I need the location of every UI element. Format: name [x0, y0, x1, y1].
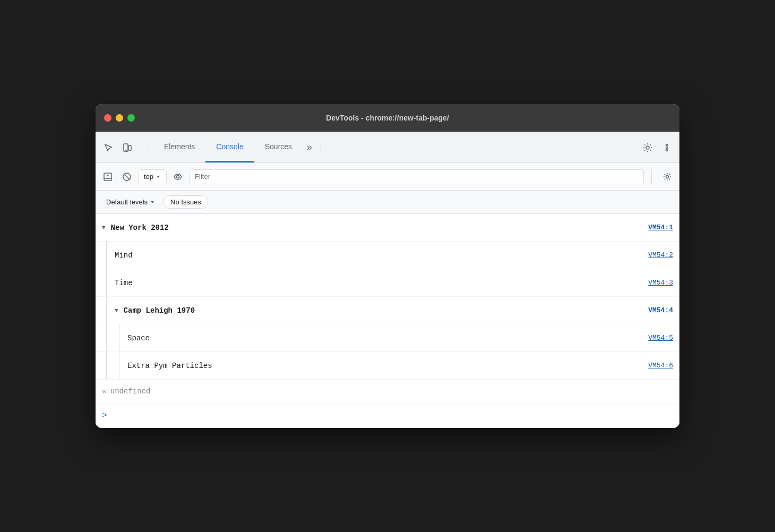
- console-prompt[interactable]: >: [96, 404, 679, 428]
- more-dots-icon: [662, 143, 671, 152]
- table-row: Mind VM54:2: [96, 242, 679, 269]
- block-icon: [123, 173, 131, 181]
- table-row: Extra Pym Particles VM54:6: [96, 352, 679, 380]
- tab-elements[interactable]: Elements: [153, 132, 205, 162]
- tab-separator: [149, 140, 149, 155]
- entry-text: Space: [127, 334, 648, 342]
- group-indent-line: [106, 324, 107, 351]
- entry-text: New York 2012: [111, 224, 169, 232]
- svg-point-12: [177, 175, 179, 178]
- svg-point-6: [666, 149, 668, 151]
- device-icon: [123, 143, 132, 152]
- svg-point-13: [666, 175, 669, 178]
- group-indent-line: [106, 242, 107, 269]
- vm-link[interactable]: VM54:6: [648, 362, 673, 370]
- table-row: ▼ New York 2012 VM54:1: [96, 214, 679, 242]
- vm-link[interactable]: VM54:3: [648, 279, 673, 287]
- more-options-button[interactable]: [658, 139, 675, 156]
- entry-text: Mind: [115, 251, 648, 260]
- expand-triangle-icon[interactable]: ▼: [102, 225, 106, 231]
- group-indent-line: [106, 352, 107, 379]
- tab-console[interactable]: Console: [205, 132, 254, 162]
- expand-triangle-icon[interactable]: ▼: [115, 307, 118, 314]
- tab-sources[interactable]: Sources: [254, 132, 303, 162]
- svg-point-4: [666, 144, 668, 145]
- cursor-icon: [104, 143, 113, 152]
- entry-text: Extra Pym Particles: [127, 362, 648, 370]
- levels-chevron-icon: [150, 200, 155, 205]
- group-indent-line2: [119, 352, 119, 379]
- settings-gear-icon: [663, 173, 671, 181]
- vm-link[interactable]: VM54:2: [648, 251, 673, 259]
- frame-selector[interactable]: top: [138, 169, 167, 184]
- group-indent-line: [106, 297, 107, 324]
- device-toolbar-button[interactable]: [119, 139, 136, 156]
- console-toolbar: top: [96, 163, 679, 191]
- eye-button[interactable]: [170, 169, 186, 185]
- vm-link[interactable]: VM54:1: [648, 224, 673, 231]
- close-button[interactable]: [104, 114, 111, 122]
- show-drawer-button[interactable]: [100, 169, 116, 185]
- svg-point-3: [646, 146, 649, 149]
- tab-bar: Elements Console Sources »: [96, 132, 679, 163]
- clear-console-button[interactable]: [119, 169, 135, 185]
- console-undefined-entry: « undefined: [96, 380, 679, 404]
- table-row: Space VM54:5: [96, 324, 679, 352]
- more-tabs-button[interactable]: »: [303, 132, 316, 162]
- console-output: ▼ New York 2012 VM54:1 Mind VM54:2 Time …: [96, 214, 679, 428]
- table-row: Time VM54:3: [96, 269, 679, 297]
- entry-text: Camp Lehigh 1970: [124, 306, 195, 315]
- minimize-button[interactable]: [116, 114, 123, 122]
- table-row: ▼ Camp Lehigh 1970 VM54:4: [96, 297, 679, 324]
- eye-icon: [174, 173, 182, 181]
- console-toolbar2: Default levels No Issues: [96, 191, 679, 214]
- vm-link[interactable]: VM54:4: [648, 306, 673, 314]
- window-title: DevTools - chrome://new-tab-page/: [326, 114, 449, 122]
- svg-line-11: [124, 174, 130, 179]
- filter-separator: [651, 169, 652, 184]
- panel-icon: [104, 173, 112, 181]
- devtools-panel: Elements Console Sources »: [96, 132, 679, 428]
- entry-text: Time: [115, 279, 648, 287]
- group-indent-line2: [119, 324, 119, 351]
- left-arrow-icon: «: [102, 388, 106, 396]
- chevron-down-icon: [156, 174, 161, 179]
- svg-marker-9: [106, 175, 109, 176]
- group-indent-line: [106, 269, 107, 296]
- vm-link[interactable]: VM54:5: [648, 334, 673, 342]
- devtools-window: DevTools - chrome://new-tab-page/: [96, 104, 679, 428]
- tab-actions: [639, 139, 675, 156]
- title-bar: DevTools - chrome://new-tab-page/: [96, 104, 679, 132]
- tab-list: Elements Console Sources »: [153, 132, 316, 162]
- console-settings-button[interactable]: [659, 169, 675, 185]
- traffic-lights: [104, 114, 135, 122]
- inspect-element-button[interactable]: [100, 139, 117, 156]
- gear-icon: [643, 143, 652, 152]
- devtools-icon-group: [100, 139, 136, 156]
- settings-button[interactable]: [639, 139, 656, 156]
- svg-point-5: [666, 147, 668, 148]
- svg-rect-1: [128, 145, 131, 150]
- maximize-button[interactable]: [127, 114, 135, 122]
- svg-rect-7: [104, 173, 111, 181]
- tab-actions-separator: [321, 140, 321, 155]
- filter-input[interactable]: [189, 169, 644, 184]
- no-issues-button[interactable]: No Issues: [163, 195, 208, 209]
- default-levels-dropdown[interactable]: Default levels: [102, 196, 159, 208]
